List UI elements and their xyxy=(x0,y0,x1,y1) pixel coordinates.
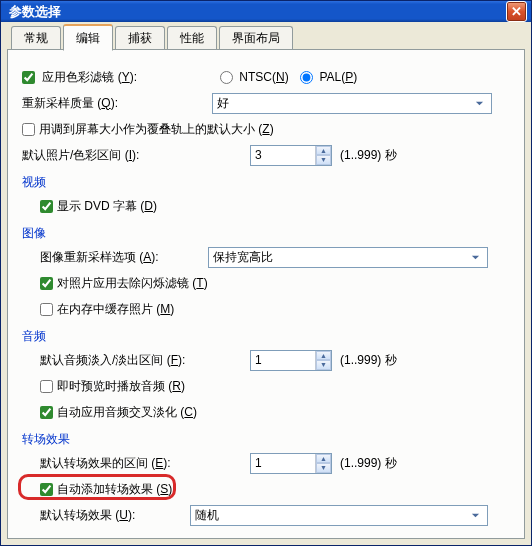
chevron-down-icon: ▼ xyxy=(316,360,331,370)
close-icon: ✕ xyxy=(511,4,522,19)
edit-panel: 应用色彩滤镜 (Y): NTSC(N) PAL(P) 重新采样质量 (Q): 好 xyxy=(7,49,525,539)
fit-overlay-label: 用调到屏幕大小作为覆叠轨上的默认大小 (Z) xyxy=(39,121,274,138)
section-image: 图像 xyxy=(22,225,510,242)
trans-duration-range: (1..999) 秒 xyxy=(340,455,397,472)
row-instant-preview: 即时预览时播放音频 (R) xyxy=(22,375,510,397)
chevron-down-icon xyxy=(468,249,483,266)
pal-label: PAL(P) xyxy=(319,70,357,84)
title-bar: 参数选择 ✕ xyxy=(1,1,531,22)
apply-color-filter-checkbox[interactable] xyxy=(22,71,35,84)
tab-capture[interactable]: 捕获 xyxy=(115,26,165,50)
row-photo-duration: 默认照片/色彩区间 (I): ▲▼ (1..999) 秒 xyxy=(22,144,510,166)
section-video: 视频 xyxy=(22,174,510,191)
row-auto-crossfade: 自动应用音频交叉淡化 (C) xyxy=(22,401,510,423)
chevron-down-icon: ▼ xyxy=(316,155,331,165)
apply-color-filter-label: 应用色彩滤镜 (Y): xyxy=(42,70,137,84)
section-transition: 转场效果 xyxy=(22,431,510,448)
close-button[interactable]: ✕ xyxy=(506,1,527,22)
auto-add-trans-label: 自动添加转场效果 (S) xyxy=(57,481,172,498)
row-fit-overlay: 用调到屏幕大小作为覆叠轨上的默认大小 (Z) xyxy=(22,118,510,140)
show-dvd-sub-checkbox[interactable] xyxy=(40,200,53,213)
chevron-down-icon: ▼ xyxy=(316,463,331,473)
ntsc-radio[interactable] xyxy=(220,71,233,84)
row-audio-fade: 默认音频淡入/淡出区间 (F): ▲▼ (1..999) 秒 xyxy=(22,349,510,371)
chevron-up-icon: ▲ xyxy=(316,454,331,464)
trans-duration-input[interactable] xyxy=(251,454,315,473)
tab-strip: 常规 编辑 捕获 性能 界面布局 xyxy=(7,28,525,50)
fit-overlay-checkbox[interactable] xyxy=(22,123,35,136)
auto-add-trans-checkbox[interactable] xyxy=(40,483,53,496)
spinner-buttons[interactable]: ▲▼ xyxy=(315,146,331,165)
pal-radio[interactable] xyxy=(300,71,313,84)
photo-duration-input[interactable] xyxy=(251,146,315,165)
audio-fade-label: 默认音频淡入/淡出区间 (F): xyxy=(40,352,250,369)
row-trans-duration: 默认转场效果的区间 (E): ▲▼ (1..999) 秒 xyxy=(22,452,510,474)
default-trans-value: 随机 xyxy=(195,507,219,524)
resample-quality-value: 好 xyxy=(217,95,229,112)
spinner-buttons[interactable]: ▲▼ xyxy=(315,351,331,370)
row-deflicker: 对照片应用去除闪烁滤镜 (T) xyxy=(22,272,510,294)
dialog-footer: 确定 取消 xyxy=(7,539,525,546)
auto-crossfade-label: 自动应用音频交叉淡化 (C) xyxy=(57,404,197,421)
audio-fade-spinner[interactable]: ▲▼ xyxy=(250,350,332,371)
row-cache-photo: 在内存中缓存照片 (M) xyxy=(22,298,510,320)
cache-photo-label: 在内存中缓存照片 (M) xyxy=(57,301,174,318)
resample-quality-combo[interactable]: 好 xyxy=(212,93,492,114)
row-resample-quality: 重新采样质量 (Q): 好 xyxy=(22,92,510,114)
image-resample-value: 保持宽高比 xyxy=(213,249,273,266)
deflicker-checkbox[interactable] xyxy=(40,277,53,290)
photo-duration-range: (1..999) 秒 xyxy=(340,147,397,164)
row-show-dvd-sub: 显示 DVD 字幕 (D) xyxy=(22,195,510,217)
row-default-trans: 默认转场效果 (U): 随机 xyxy=(22,504,510,526)
tab-layout[interactable]: 界面布局 xyxy=(219,26,293,50)
window-title: 参数选择 xyxy=(9,3,506,21)
row-auto-add-trans: 自动添加转场效果 (S) xyxy=(22,478,510,500)
row-color-filter: 应用色彩滤镜 (Y): NTSC(N) PAL(P) xyxy=(22,66,510,88)
chevron-up-icon: ▲ xyxy=(316,146,331,156)
show-dvd-sub-label: 显示 DVD 字幕 (D) xyxy=(57,198,157,215)
cache-photo-checkbox[interactable] xyxy=(40,303,53,316)
tab-general[interactable]: 常规 xyxy=(11,26,61,50)
chevron-down-icon xyxy=(472,95,487,112)
trans-duration-label: 默认转场效果的区间 (E): xyxy=(40,455,250,472)
tab-performance[interactable]: 性能 xyxy=(167,26,217,50)
instant-preview-label: 即时预览时播放音频 (R) xyxy=(57,378,185,395)
row-image-resample: 图像重新采样选项 (A): 保持宽高比 xyxy=(22,246,510,268)
default-trans-label: 默认转场效果 (U): xyxy=(40,507,190,524)
ntsc-label: NTSC(N) xyxy=(239,70,288,84)
resample-quality-label: 重新采样质量 (Q): xyxy=(22,95,212,112)
tab-edit[interactable]: 编辑 xyxy=(63,24,113,51)
content-area: 常规 编辑 捕获 性能 界面布局 应用色彩滤镜 (Y): NTSC(N) xyxy=(1,22,531,546)
chevron-up-icon: ▲ xyxy=(316,351,331,361)
auto-crossfade-checkbox[interactable] xyxy=(40,406,53,419)
photo-duration-label: 默认照片/色彩区间 (I): xyxy=(22,147,250,164)
dialog-window: 参数选择 ✕ 常规 编辑 捕获 性能 界面布局 应用色彩滤镜 (Y): xyxy=(0,0,532,546)
image-resample-label: 图像重新采样选项 (A): xyxy=(40,249,208,266)
chevron-down-icon xyxy=(468,507,483,524)
photo-duration-spinner[interactable]: ▲▼ xyxy=(250,145,332,166)
audio-fade-range: (1..999) 秒 xyxy=(340,352,397,369)
audio-fade-input[interactable] xyxy=(251,351,315,370)
deflicker-label: 对照片应用去除闪烁滤镜 (T) xyxy=(57,275,208,292)
image-resample-combo[interactable]: 保持宽高比 xyxy=(208,247,488,268)
default-trans-combo[interactable]: 随机 xyxy=(190,505,488,526)
trans-duration-spinner[interactable]: ▲▼ xyxy=(250,453,332,474)
instant-preview-checkbox[interactable] xyxy=(40,380,53,393)
section-audio: 音频 xyxy=(22,328,510,345)
spinner-buttons[interactable]: ▲▼ xyxy=(315,454,331,473)
